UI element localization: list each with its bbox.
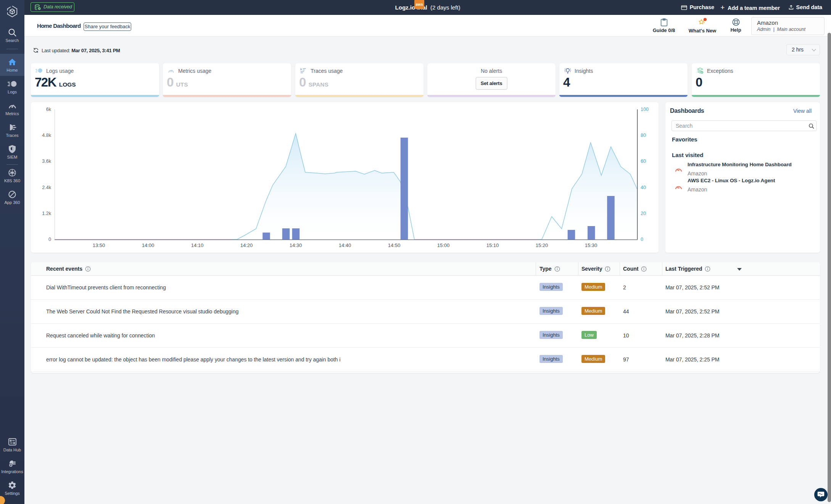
- svg-text:14:20: 14:20: [240, 242, 253, 248]
- svg-text:14:00: 14:00: [142, 242, 155, 248]
- svg-text:100: 100: [641, 107, 649, 112]
- svg-text:15:10: 15:10: [486, 242, 499, 248]
- svg-text:14:30: 14:30: [290, 242, 302, 248]
- svg-text:6k: 6k: [46, 107, 52, 112]
- svg-text:40: 40: [641, 185, 646, 190]
- svg-text:15:20: 15:20: [536, 242, 548, 248]
- svg-text:0: 0: [641, 237, 643, 242]
- svg-text:60: 60: [641, 159, 646, 164]
- svg-text:80: 80: [641, 133, 646, 138]
- svg-text:20: 20: [641, 211, 646, 216]
- svg-text:14:40: 14:40: [339, 242, 351, 248]
- svg-text:14:10: 14:10: [191, 242, 204, 248]
- svg-text:1.2k: 1.2k: [42, 211, 51, 216]
- svg-text:3.6k: 3.6k: [42, 159, 51, 164]
- svg-text:0: 0: [48, 237, 51, 242]
- svg-text:4.8k: 4.8k: [42, 133, 51, 138]
- svg-text:13:50: 13:50: [93, 242, 105, 248]
- svg-text:15:00: 15:00: [437, 242, 450, 248]
- svg-text:14:50: 14:50: [388, 242, 401, 248]
- svg-text:2.4k: 2.4k: [42, 185, 51, 190]
- svg-text:15:30: 15:30: [585, 242, 597, 248]
